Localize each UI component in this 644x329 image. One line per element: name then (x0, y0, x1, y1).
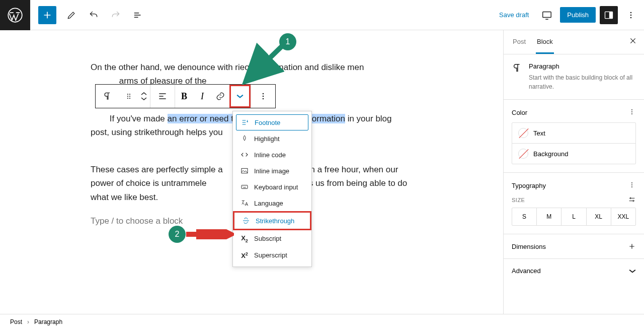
svg-point-24 (631, 184, 632, 185)
selected-text: ormation (312, 114, 345, 123)
background-color-button[interactable]: Background (512, 143, 635, 164)
code-icon (240, 151, 249, 159)
kebab-icon (628, 108, 636, 116)
more-rich-text-button[interactable] (229, 85, 251, 108)
language-icon (240, 199, 249, 207)
sidebar-icon (604, 10, 614, 20)
size-settings-button[interactable] (628, 195, 636, 205)
dropdown-item-language[interactable]: Language (233, 195, 311, 211)
svg-rect-16 (242, 168, 248, 173)
svg-point-21 (631, 111, 632, 112)
kebab-icon (626, 10, 636, 20)
block-type-button[interactable] (96, 85, 120, 108)
dropdown-item-footnote[interactable]: Footnote (236, 114, 308, 130)
font-size-group: S M L XL XXL (512, 208, 636, 226)
typography-panel-options[interactable] (628, 181, 636, 190)
superscript-icon: X2 (240, 251, 249, 259)
chevron-down-icon (236, 93, 244, 100)
size-m[interactable]: M (536, 208, 561, 225)
tab-post[interactable]: Post (512, 31, 527, 54)
redo-icon (111, 10, 121, 20)
dropdown-item-keyboard[interactable]: Keyboard input (233, 179, 311, 195)
editor-canvas[interactable]: On the other hand, we denounce with rieo… (0, 30, 503, 314)
wordpress-logo[interactable] (0, 0, 30, 30)
block-title: Paragraph (529, 62, 636, 70)
block-toolbar: B I (95, 84, 276, 108)
header-right: Save draft Publish (494, 6, 644, 24)
publish-button[interactable]: Publish (560, 7, 596, 23)
color-panel-title: Color (512, 109, 527, 116)
plus-icon (42, 10, 52, 20)
block-options-button[interactable] (251, 85, 275, 108)
svg-point-25 (631, 186, 632, 187)
drag-handle[interactable] (120, 85, 138, 108)
italic-button[interactable]: I (193, 85, 211, 108)
pencil-icon (66, 10, 76, 20)
highlight-icon (240, 135, 249, 143)
chevron-right-icon: › (27, 318, 29, 325)
annotation-badge-1: 1 (279, 33, 296, 50)
kebab-icon (628, 181, 636, 189)
svg-point-20 (631, 109, 632, 110)
svg-point-6 (630, 17, 632, 18)
subscript-icon: X2 (240, 234, 249, 243)
document-overview-button[interactable] (129, 6, 147, 24)
save-draft-button[interactable]: Save draft (494, 8, 534, 22)
undo-icon (89, 10, 99, 20)
dropdown-item-superscript[interactable]: X2 Superscript (233, 247, 311, 264)
redo-button[interactable] (107, 6, 125, 24)
more-options-button[interactable] (622, 6, 640, 24)
bold-button[interactable]: B (175, 85, 193, 108)
close-icon (629, 37, 637, 45)
svg-point-23 (631, 182, 632, 183)
color-swatch-empty (518, 128, 528, 138)
annotation-arrow-2 (184, 229, 234, 239)
selected-text: an error or need to (168, 114, 241, 123)
svg-point-7 (127, 94, 128, 95)
footnote-icon (240, 118, 250, 126)
breadcrumb-root[interactable]: Post (10, 318, 22, 325)
dropdown-item-inline-image[interactable]: Inline image (233, 163, 311, 179)
link-button[interactable] (211, 85, 229, 108)
color-panel-options[interactable] (628, 108, 636, 117)
close-sidebar-button[interactable] (627, 35, 639, 49)
svg-rect-3 (609, 12, 613, 18)
edit-mode-button[interactable] (62, 6, 80, 24)
svg-point-11 (127, 98, 128, 99)
wordpress-icon (8, 8, 23, 23)
size-label: SIZE (512, 197, 525, 203)
size-s[interactable]: S (512, 208, 536, 225)
svg-point-5 (630, 14, 632, 16)
block-breadcrumb: Post › Paragraph (0, 314, 644, 329)
advanced-panel[interactable]: Advanced (504, 259, 644, 283)
typography-panel-title: Typography (512, 182, 546, 189)
editor-header: Save draft Publish (0, 0, 644, 30)
settings-sidebar-toggle[interactable] (600, 6, 618, 24)
settings-sidebar: Post Block Paragraph Start with the basi… (503, 30, 644, 314)
list-icon (133, 10, 143, 20)
dropdown-item-subscript[interactable]: X2 Subscript (233, 230, 311, 247)
svg-rect-1 (543, 12, 551, 17)
svg-point-14 (263, 96, 264, 97)
dimensions-panel[interactable]: Dimensions (504, 234, 644, 258)
size-xl[interactable]: XL (586, 208, 611, 225)
dropdown-item-inline-code[interactable]: Inline code (233, 147, 311, 163)
link-icon (215, 91, 225, 101)
svg-point-8 (129, 94, 130, 95)
rich-text-dropdown: Footnote Highlight Inline code Inline im… (232, 111, 312, 267)
svg-point-9 (127, 96, 128, 97)
image-icon (240, 167, 249, 175)
size-l[interactable]: L (561, 208, 586, 225)
move-block-buttons[interactable] (138, 85, 150, 108)
dropdown-item-strikethrough[interactable]: Strikethrough (233, 211, 311, 230)
preview-button[interactable] (538, 6, 556, 24)
text-color-button[interactable]: Text (512, 123, 635, 143)
chevron-up-icon (141, 91, 147, 96)
tab-block[interactable]: Block (536, 31, 554, 54)
keyboard-icon (240, 183, 249, 191)
size-xxl[interactable]: XXL (611, 208, 635, 225)
dropdown-item-highlight[interactable]: Highlight (233, 130, 311, 147)
add-block-button[interactable] (38, 6, 56, 24)
undo-button[interactable] (85, 6, 103, 24)
align-button[interactable] (150, 85, 175, 108)
